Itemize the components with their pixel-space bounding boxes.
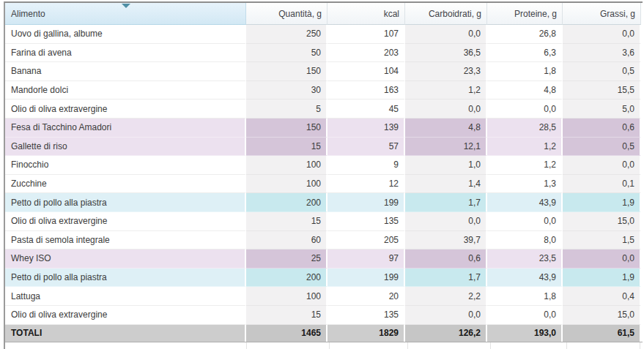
cell-kcal: 97	[327, 249, 405, 269]
cell-quantita: 100	[246, 156, 327, 175]
table-row[interactable]: Pasta di semola integrale6020539,78,01,5	[5, 231, 643, 250]
cell-quantita: 60	[246, 231, 327, 250]
column-guide-line	[407, 342, 408, 349]
cell-quantita: 200	[246, 269, 327, 288]
table-row[interactable]: Whey ISO25970,623,50,0	[5, 249, 643, 269]
column-header-carboidrati-g[interactable]: Carboidrati, g	[405, 3, 487, 25]
cell-quantita: 150	[246, 119, 327, 138]
cell-carboidrati: 12,1	[405, 138, 487, 157]
cell-quantita: 200	[246, 193, 327, 212]
cell-proteine: 43,9	[487, 193, 563, 212]
cell-grassi: 1,9	[563, 269, 641, 288]
cell-grassi: 0,0	[563, 25, 641, 44]
table-row[interactable]: Olio di oliva extravergine151350,00,015,…	[5, 212, 643, 231]
cell-carboidrati: 36,5	[405, 44, 487, 63]
cell-carboidrati: 0,0	[405, 212, 487, 231]
cell-carboidrati: 0,0	[405, 306, 487, 325]
cell-kcal: 135	[327, 212, 405, 231]
cell-proteine: 1,2	[487, 156, 563, 175]
cell-carboidrati: 0,0	[405, 25, 487, 44]
cell-carboidrati: 1,4	[405, 175, 487, 194]
cell-proteine: 0,0	[487, 306, 563, 325]
cell-grassi: 1,9	[563, 193, 641, 212]
cell-proteine: 43,9	[487, 269, 563, 288]
cell-alimento: Petto di pollo alla piastra	[5, 193, 246, 212]
table-body: Uovo di gallina, albume2501070,026,80,0F…	[5, 25, 643, 325]
cell-grassi: 5,0	[563, 100, 641, 119]
table-row[interactable]: Petto di pollo alla piastra2001991,743,9…	[5, 269, 643, 288]
cell-alimento: Whey ISO	[5, 249, 246, 269]
cell-proteine: 23,5	[487, 249, 563, 269]
cell-kcal: 163	[327, 81, 405, 100]
table-footer-strip	[5, 342, 643, 349]
cell-proteine: 1,8	[487, 287, 563, 306]
table-row[interactable]: Lattuga100202,21,80,4	[5, 287, 643, 306]
cell-carboidrati: 1,2	[405, 81, 487, 100]
totals-row: TOTALI14651829126,2193,061,5	[5, 325, 643, 342]
cell-alimento: Olio di oliva extravergine	[5, 100, 246, 119]
cell-kcal: 12	[327, 175, 405, 194]
cell-kcal: 139	[327, 119, 405, 138]
cell-quantita: 25	[246, 249, 327, 269]
cell-alimento: Olio di oliva extravergine	[5, 306, 246, 325]
food-nutrition-table: AlimentoQuantità, gkcalCarboidrati, gPro…	[4, 1, 643, 349]
cell-quantita: 15	[246, 306, 327, 325]
table-row[interactable]: Farina di avena5020336,56,33,6	[5, 44, 643, 63]
cell-alimento: Farina di avena	[5, 44, 246, 63]
cell-proteine: 6,3	[487, 44, 563, 63]
column-guide-line	[329, 342, 330, 349]
totals-quantita: 1465	[246, 325, 327, 342]
cell-kcal: 45	[327, 100, 405, 119]
cell-carboidrati: 1,7	[405, 269, 487, 288]
cell-quantita: 5	[246, 100, 327, 119]
table-row[interactable]: Zucchine100121,41,30,1	[5, 175, 643, 194]
cell-quantita: 15	[246, 138, 327, 157]
cell-grassi: 0,6	[563, 119, 641, 138]
cell-grassi: 0,5	[563, 62, 641, 81]
cell-proteine: 1,3	[487, 175, 563, 194]
table-row[interactable]: Banana15010423,31,80,5	[5, 62, 643, 81]
column-guide-line	[490, 342, 491, 349]
totals-label: TOTALI	[5, 325, 246, 342]
totals-proteine: 193,0	[487, 325, 563, 342]
table-row[interactable]: Finocchio10091,01,20,0	[5, 156, 643, 175]
table-row[interactable]: Petto di pollo alla piastra2001991,743,9…	[5, 193, 643, 212]
table-row[interactable]: Gallette di riso155712,11,20,5	[5, 138, 643, 157]
cell-proteine: 1,2	[487, 138, 563, 157]
cell-proteine: 1,8	[487, 62, 563, 81]
cell-kcal: 135	[327, 306, 405, 325]
cell-grassi: 3,6	[563, 44, 641, 63]
cell-quantita: 150	[246, 62, 327, 81]
totals-carboidrati: 126,2	[405, 325, 487, 342]
cell-grassi: 15,0	[563, 212, 641, 231]
cell-alimento: Banana	[5, 62, 246, 81]
cell-proteine: 0,0	[487, 100, 563, 119]
cell-grassi: 0,4	[563, 287, 641, 306]
cell-kcal: 57	[327, 138, 405, 157]
cell-grassi: 0,0	[563, 249, 641, 269]
cell-grassi: 1,5	[563, 231, 641, 250]
cell-proteine: 26,8	[487, 25, 563, 44]
cell-kcal: 104	[327, 62, 405, 81]
cell-kcal: 20	[327, 287, 405, 306]
sort-down-icon[interactable]	[122, 4, 130, 8]
column-header-kcal[interactable]: kcal	[327, 3, 405, 25]
column-header-quantit-g[interactable]: Quantità, g	[246, 3, 327, 25]
app-window: AlimentoQuantità, gkcalCarboidrati, gPro…	[0, 0, 644, 349]
cell-quantita: 250	[246, 25, 327, 44]
cell-alimento: Petto di pollo alla piastra	[5, 269, 246, 288]
cell-carboidrati: 4,8	[405, 119, 487, 138]
table-row[interactable]: Olio di oliva extravergine5450,00,05,0	[5, 100, 643, 119]
table-row[interactable]: Olio di oliva extravergine151350,00,015,…	[5, 306, 643, 325]
column-guide-line	[246, 342, 247, 349]
cell-kcal: 9	[327, 156, 405, 175]
table-row[interactable]: Uovo di gallina, albume2501070,026,80,0	[5, 25, 643, 44]
table-row[interactable]: Mandorle dolci301631,24,815,5	[5, 81, 643, 100]
cell-alimento: Lattuga	[5, 287, 246, 306]
cell-grassi: 15,0	[563, 306, 641, 325]
column-guide-line	[640, 342, 640, 349]
column-header-grassi-g[interactable]: Grassi, g	[563, 3, 641, 25]
table-row[interactable]: Fesa di Tacchino Amadori1501394,828,50,6	[5, 119, 643, 138]
cell-alimento: Fesa di Tacchino Amadori	[5, 119, 246, 138]
column-header-proteine-g[interactable]: Proteine, g	[487, 3, 563, 25]
